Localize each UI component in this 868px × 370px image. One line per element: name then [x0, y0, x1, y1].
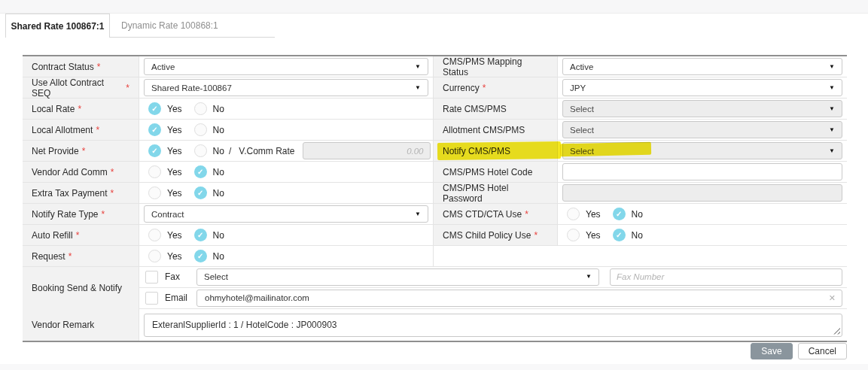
vendor-add-comm-no-radio[interactable]: ✓ [194, 165, 207, 178]
vendor-remark-textarea[interactable]: ExteranlSupplierId : 1 / HotelCode : JP0… [144, 314, 842, 337]
allotment-cms-pms-label: Allotment CMS/PMS [434, 120, 558, 140]
check-icon: ✓ [197, 232, 203, 239]
vendor-remark-row: Vendor Remark ExteranlSupplierId : 1 / H… [23, 309, 847, 341]
local-rate-yes-radio[interactable]: ✓ [148, 102, 161, 115]
contract-status-label: Contract Status* [23, 56, 139, 77]
cms-child-policy-use-label: CMS Child Policy Use* [434, 225, 558, 245]
check-icon: ✓ [197, 253, 203, 260]
notify-rate-type-select[interactable]: Contract▼ [144, 205, 428, 223]
cancel-button[interactable]: Cancel [798, 343, 847, 359]
chevron-down-icon: ▼ [415, 64, 421, 70]
cms-pms-mapping-status-select[interactable]: Active▼ [562, 58, 842, 75]
radio-label: Yes [586, 230, 601, 241]
radio-label: Yes [167, 188, 182, 199]
label-text: CMS Child Policy Use [443, 230, 531, 241]
chevron-down-icon: ▼ [829, 127, 835, 133]
form-row: Use Allot Contract SEQ* Shared Rate-1008… [23, 77, 847, 99]
net-provide-yes-radio[interactable]: ✓ [148, 144, 161, 157]
chevron-down-icon: ▼ [586, 274, 592, 280]
fax-checkbox[interactable] [145, 271, 158, 284]
form-row: Contract Status* Active▼ CMS/PMS Mapping… [23, 56, 847, 77]
vcomm-rate-input [303, 142, 431, 159]
label-text: Booking Send & Notify [32, 283, 122, 293]
vendor-add-comm-yes-radio[interactable] [148, 165, 161, 178]
label-text: Vendor Add Comm [32, 167, 108, 177]
contract-form-page: Shared Rate 100867:1 Dynamic Rate 100868… [0, 0, 868, 370]
label-text: Net Provide [32, 146, 79, 156]
fax-select[interactable]: Select▼ [196, 268, 599, 286]
currency-select[interactable]: JPY▼ [562, 79, 842, 96]
contract-status-select[interactable]: Active▼ [144, 58, 428, 75]
resize-handle[interactable] [833, 328, 840, 335]
radio-label: No [213, 251, 224, 262]
required-mark: * [126, 83, 129, 93]
auto-refill-yes-radio[interactable] [148, 229, 161, 241]
form-row: Request* Yes ✓No [23, 246, 847, 267]
select-value: Select [570, 147, 594, 156]
local-allotment-yes-radio[interactable]: ✓ [148, 123, 161, 136]
radio-label: No [213, 188, 224, 199]
label-text: Rate CMS/PMS [443, 104, 507, 114]
clear-icon[interactable]: ✕ [829, 293, 836, 303]
extra-tax-payment-yes-radio[interactable] [148, 187, 161, 199]
radio-label: Yes [167, 125, 182, 135]
email-checkbox[interactable] [145, 292, 158, 305]
email-label: Email [165, 293, 196, 303]
chevron-down-icon: ▼ [829, 85, 835, 91]
vendor-remark-label: Vendor Remark [23, 309, 139, 341]
required-mark: * [96, 125, 99, 135]
select-value: JPY [570, 83, 586, 92]
request-no-radio[interactable]: ✓ [194, 250, 207, 262]
local-rate-no-radio[interactable] [194, 102, 207, 115]
empty-cell [434, 246, 847, 266]
radio-label: Yes [167, 146, 182, 156]
cms-pms-hotel-code-label: CMS/PMS Hotel Code [434, 162, 558, 182]
local-allotment-no-radio[interactable] [194, 123, 207, 136]
local-allotment-label: Local Allotment* [23, 120, 139, 140]
radio-label: No [213, 230, 224, 241]
form-row: Auto Refill* Yes ✓No CMS Child Policy Us… [23, 225, 847, 246]
chevron-down-icon: ▼ [415, 85, 421, 91]
fax-number-input[interactable] [610, 268, 842, 286]
cms-child-policy-use-radio-group: Yes ✓No [567, 229, 655, 241]
label-text: Vendor Remark [32, 320, 94, 330]
cms-child-policy-use-yes-radio[interactable] [567, 229, 580, 241]
vcomm-rate-label: V.Comm Rate [239, 146, 294, 156]
booking-send-notify-row: Booking Send & Notify Fax Select▼ Email … [23, 267, 847, 309]
chevron-down-icon: ▼ [415, 211, 421, 217]
radio-label: No [213, 167, 224, 177]
cms-ctd-cta-use-no-radio[interactable]: ✓ [613, 208, 626, 220]
auto-refill-label: Auto Refill* [23, 225, 139, 245]
label-text: Request [32, 251, 65, 262]
use-allot-contract-seq-select[interactable]: Shared Rate-100867▼ [144, 79, 428, 96]
cms-ctd-cta-use-label: CMS CTD/CTA Use* [434, 204, 558, 224]
cms-child-policy-use-no-radio[interactable]: ✓ [613, 229, 626, 241]
cms-pms-hotel-code-input[interactable] [562, 163, 842, 180]
request-label: Request* [23, 246, 139, 266]
tab-shared-rate[interactable]: Shared Rate 100867:1 [5, 14, 110, 38]
select-value: Contract [151, 210, 184, 219]
save-button[interactable]: Save [751, 343, 792, 359]
cms-ctd-cta-use-yes-radio[interactable] [567, 208, 580, 220]
net-provide-no-radio[interactable] [194, 144, 207, 157]
email-input[interactable] [203, 293, 823, 303]
local-allotment-radio-group: ✓Yes No [148, 123, 236, 136]
request-yes-radio[interactable] [148, 250, 161, 262]
extra-tax-payment-radio-group: Yes ✓No [148, 187, 236, 199]
chevron-down-icon: ▼ [829, 64, 835, 70]
email-input-wrap: ✕ [196, 290, 842, 307]
auto-refill-no-radio[interactable]: ✓ [194, 229, 207, 241]
required-mark: * [483, 83, 486, 93]
check-icon: ✓ [151, 126, 157, 134]
radio-label: No [213, 146, 224, 156]
required-mark: * [76, 230, 80, 241]
select-value: Active [151, 62, 175, 71]
extra-tax-payment-label: Extra Tax Payment* [23, 183, 139, 203]
vendor-add-comm-label: Vendor Add Comm* [23, 162, 139, 182]
extra-tax-payment-no-radio[interactable]: ✓ [194, 187, 207, 199]
form-row: Vendor Add Comm* Yes ✓No CMS/PMS Hotel C… [23, 162, 847, 183]
tab-dynamic-rate[interactable]: Dynamic Rate 100868:1 [110, 14, 275, 38]
required-mark: * [78, 104, 81, 114]
label-text: Local Rate [32, 104, 75, 114]
local-rate-radio-group: ✓Yes No [148, 102, 236, 115]
